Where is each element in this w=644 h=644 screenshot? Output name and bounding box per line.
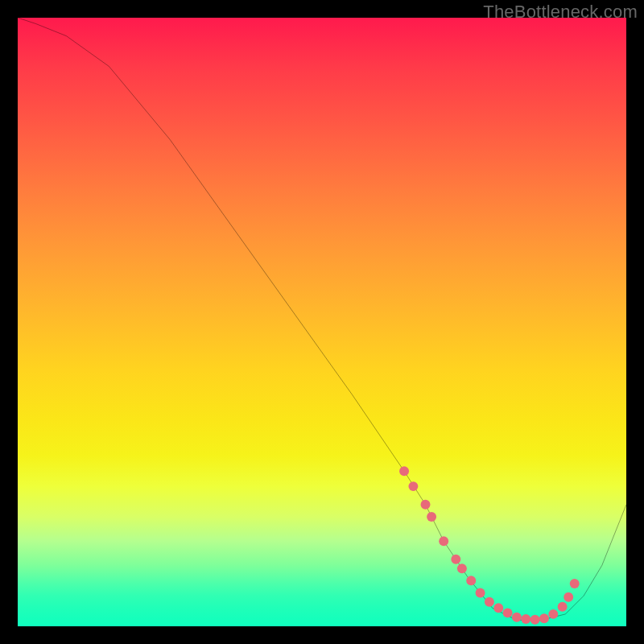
plot-area: [18, 18, 626, 626]
curve-marker: [451, 555, 460, 564]
curve-marker: [558, 602, 568, 612]
curve-marker: [493, 603, 503, 613]
curve-layer: [18, 18, 626, 626]
curve-marker: [570, 579, 580, 588]
bottleneck-curve: [18, 18, 626, 620]
curve-marker: [408, 481, 418, 491]
curve-marker: [548, 609, 558, 619]
curve-marker: [503, 608, 513, 617]
curve-marker: [485, 597, 494, 607]
curve-marker: [439, 536, 448, 546]
curve-marker: [399, 466, 409, 476]
curve-marker: [466, 576, 476, 585]
curve-marker: [427, 512, 436, 522]
curve-marker: [421, 500, 431, 510]
watermark-label: TheBottleneck.com: [483, 2, 638, 23]
curve-marker: [530, 615, 540, 625]
curve-marker: [564, 592, 573, 602]
curve-marker: [539, 613, 549, 623]
chart-frame: TheBottleneck.com: [0, 0, 644, 644]
curve-markers: [399, 466, 580, 624]
curve-marker: [476, 588, 485, 597]
curve-marker: [512, 613, 522, 622]
curve-marker: [521, 614, 530, 624]
curve-marker: [457, 564, 467, 573]
